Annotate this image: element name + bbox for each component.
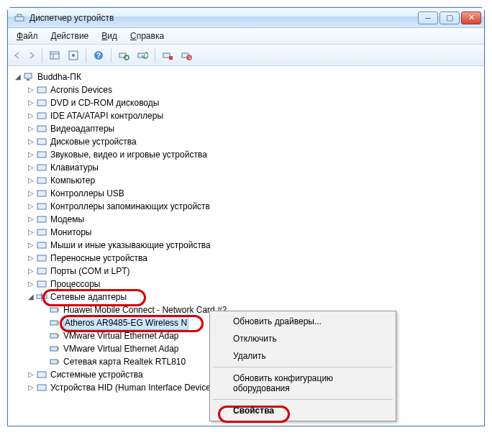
tree-device-label: VMware Virtual Ethernet Adap bbox=[63, 342, 179, 355]
tree-category-label: Устройства HID (Human Interface Devices) bbox=[50, 381, 218, 394]
svg-rect-20 bbox=[37, 100, 46, 106]
tree-category-node[interactable]: ▷Видеоадаптеры bbox=[27, 122, 483, 135]
svg-rect-2 bbox=[50, 52, 59, 59]
twisty-closed-icon[interactable]: ▷ bbox=[27, 161, 35, 174]
twisty-closed-icon[interactable]: ▷ bbox=[27, 148, 35, 161]
device-category-icon bbox=[36, 123, 47, 134]
tree-category-node[interactable]: ▷Звуковые, видео и игровые устройства bbox=[27, 148, 483, 161]
close-button[interactable]: ✕ bbox=[461, 12, 481, 24]
twisty-closed-icon[interactable]: ▷ bbox=[27, 239, 35, 252]
menu-file[interactable]: Файл bbox=[11, 29, 44, 42]
twisty-closed-icon[interactable]: ▷ bbox=[27, 252, 35, 265]
twisty-closed-icon[interactable]: ▷ bbox=[27, 200, 35, 213]
twisty-open-icon[interactable]: ◢ bbox=[14, 70, 22, 83]
twisty-closed-icon[interactable]: ▷ bbox=[27, 96, 35, 109]
tree-category-node[interactable]: ▷Мониторы bbox=[27, 226, 483, 239]
twisty-closed-icon[interactable]: ▷ bbox=[27, 213, 35, 226]
tree-category-label: Звуковые, видео и игровые устройства bbox=[50, 148, 207, 161]
context-update-drivers[interactable]: Обновить драйверы... bbox=[211, 313, 394, 330]
svg-rect-32 bbox=[37, 255, 46, 261]
tree-category-node[interactable]: ▷Контроллеры USB bbox=[27, 187, 483, 200]
toolbar-properties-button[interactable] bbox=[65, 47, 82, 64]
twisty-closed-icon[interactable]: ▷ bbox=[27, 368, 35, 381]
tree-root-label: Buddha-ПК bbox=[37, 70, 81, 83]
svg-rect-40 bbox=[50, 321, 58, 325]
tree-root-node[interactable]: ◢ Buddha-ПК bbox=[14, 70, 483, 83]
svg-rect-33 bbox=[37, 268, 46, 274]
menu-view[interactable]: Вид bbox=[96, 29, 123, 42]
twisty-closed-icon[interactable]: ▷ bbox=[27, 278, 35, 291]
tree-category-node[interactable]: ▷DVD и CD-ROM дисководы bbox=[27, 96, 483, 109]
toolbar-uninstall-button[interactable] bbox=[159, 47, 176, 64]
network-adapter-icon bbox=[49, 343, 60, 355]
svg-rect-31 bbox=[37, 242, 46, 248]
svg-rect-23 bbox=[37, 139, 46, 145]
tree-category-node[interactable]: ▷Acronis Devices bbox=[27, 83, 483, 96]
svg-rect-34 bbox=[37, 281, 46, 287]
toolbar-separator bbox=[42, 48, 42, 63]
tree-category-node[interactable]: ▷Переносные устройства bbox=[27, 252, 483, 265]
tree-device-label: Huawei Mobile Connect - Network Card #2 bbox=[63, 303, 227, 316]
device-category-icon bbox=[36, 149, 47, 160]
device-category-icon bbox=[36, 97, 47, 109]
nav-forward-button[interactable] bbox=[25, 47, 38, 64]
svg-rect-44 bbox=[50, 347, 58, 351]
minimize-button[interactable]: ─ bbox=[418, 12, 438, 24]
svg-rect-48 bbox=[37, 372, 46, 378]
tree-category-label: Модемы bbox=[50, 213, 84, 226]
twisty-closed-icon[interactable]: ▷ bbox=[27, 122, 35, 135]
context-disable[interactable]: Отключить bbox=[211, 330, 394, 347]
tree-category-node[interactable]: ▷Компьютер bbox=[27, 174, 483, 187]
tree-category-node[interactable]: ◢Сетевые адаптеры bbox=[27, 291, 483, 303]
tree-category-node[interactable]: ▷Порты (COM и LPT) bbox=[27, 265, 483, 278]
twisty-closed-icon[interactable]: ▷ bbox=[27, 174, 35, 187]
device-category-icon bbox=[36, 188, 47, 199]
twisty-closed-icon[interactable]: ▷ bbox=[27, 135, 35, 148]
svg-rect-26 bbox=[37, 178, 46, 183]
toolbar-disable-button[interactable] bbox=[178, 47, 195, 64]
context-separator bbox=[213, 399, 393, 400]
toolbar: ? bbox=[8, 45, 484, 66]
tree-category-node[interactable]: ▷Клавиатуры bbox=[27, 161, 483, 174]
toolbar-view-button[interactable] bbox=[46, 47, 63, 64]
twisty-closed-icon[interactable]: ▷ bbox=[27, 226, 35, 239]
svg-rect-28 bbox=[37, 204, 46, 209]
context-properties[interactable]: Свойства bbox=[211, 402, 394, 419]
context-delete[interactable]: Удалить bbox=[211, 347, 394, 365]
tree-category-node[interactable]: ▷Модемы bbox=[27, 213, 483, 226]
tree-category-node[interactable]: ▷IDE ATA/ATAPI контроллеры bbox=[27, 109, 483, 122]
nav-back-button[interactable] bbox=[11, 47, 24, 64]
twisty-closed-icon[interactable]: ▷ bbox=[27, 83, 35, 96]
twisty-open-icon[interactable]: ◢ bbox=[27, 291, 35, 303]
twisty-closed-icon[interactable]: ▷ bbox=[27, 187, 35, 200]
device-category-icon bbox=[36, 382, 47, 393]
device-category-icon bbox=[36, 84, 47, 96]
menu-action[interactable]: Действие bbox=[45, 29, 95, 42]
maximize-button[interactable]: ▢ bbox=[439, 12, 460, 24]
svg-rect-27 bbox=[37, 191, 46, 196]
device-category-icon bbox=[36, 201, 47, 212]
toolbar-scan-button[interactable] bbox=[115, 47, 132, 64]
svg-rect-24 bbox=[37, 152, 46, 157]
svg-rect-39 bbox=[58, 308, 59, 311]
tree-category-node[interactable]: ▷Контроллеры запоминающих устройств bbox=[27, 200, 483, 213]
toolbar-update-button[interactable] bbox=[134, 47, 151, 64]
toolbar-help-button[interactable]: ? bbox=[90, 47, 107, 64]
svg-rect-22 bbox=[37, 126, 46, 132]
svg-rect-1 bbox=[17, 14, 22, 17]
twisty-closed-icon[interactable]: ▷ bbox=[27, 381, 35, 394]
tree-category-label: DVD и CD-ROM дисководы bbox=[50, 96, 159, 109]
tree-category-node[interactable]: ▷Процессоры bbox=[27, 278, 483, 291]
svg-rect-41 bbox=[58, 321, 59, 324]
twisty-closed-icon[interactable]: ▷ bbox=[27, 265, 35, 278]
toolbar-separator bbox=[86, 48, 86, 63]
twisty-closed-icon[interactable]: ▷ bbox=[27, 109, 35, 122]
context-scan-hardware[interactable]: Обновить конфигурацию оборудования bbox=[211, 370, 394, 397]
tree-category-label: Мониторы bbox=[50, 226, 91, 239]
tree-category-node[interactable]: ▷Дисковые устройства bbox=[27, 135, 483, 148]
titlebar[interactable]: Диспетчер устройств ─ ▢ ✕ bbox=[8, 8, 484, 28]
menubar: Файл Действие Вид Справка bbox=[8, 28, 484, 45]
tree-category-label: IDE ATA/ATAPI контроллеры bbox=[50, 109, 163, 122]
tree-category-node[interactable]: ▷Мыши и иные указывающие устройства bbox=[27, 239, 483, 252]
menu-help[interactable]: Справка bbox=[124, 29, 170, 42]
